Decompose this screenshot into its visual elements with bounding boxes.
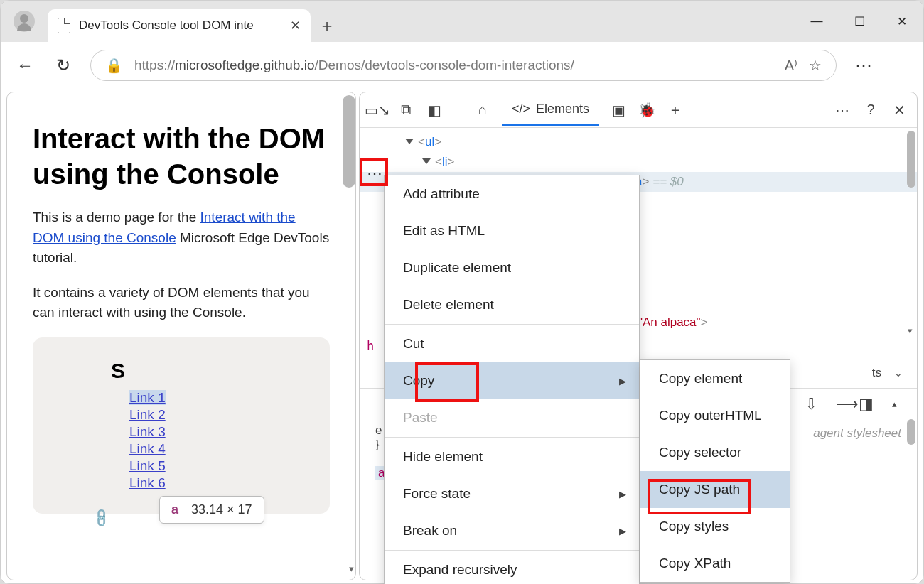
chevron-down-icon[interactable]: ⌄ (894, 367, 903, 379)
url-text: https://microsoftedge.github.io/Demos/de… (134, 58, 773, 73)
menu-add-attribute[interactable]: Add attribute (385, 175, 639, 212)
page-viewport: ▾ Interact with the DOM using the Consol… (6, 92, 356, 580)
anchor-icon[interactable]: 🔗 (90, 507, 112, 529)
element-actions-button[interactable]: ⋯ (367, 165, 382, 183)
menu-copy-element[interactable]: Copy element (640, 360, 790, 397)
window-maximize-button[interactable]: ☐ (838, 1, 881, 42)
menu-copy-js-path[interactable]: Copy JS path (640, 471, 790, 508)
menu-hide-element[interactable]: Hide element (385, 438, 639, 475)
console-tab-icon[interactable]: ▣ (609, 101, 628, 119)
menu-duplicate-element[interactable]: Duplicate element (385, 249, 639, 286)
read-aloud-icon[interactable]: A⁾ (785, 57, 797, 74)
submenu-arrow-icon: ▶ (619, 526, 626, 536)
menu-expand-recursively[interactable]: Expand recursively (385, 551, 639, 584)
menu-paste: Paste (385, 399, 639, 436)
more-button[interactable]: ⋯ (852, 54, 875, 77)
link-list: Link 1 Link 2 Link 3 Link 4 Link 5 Link … (111, 390, 252, 491)
back-button[interactable]: ← (14, 54, 36, 77)
demo-link[interactable]: Link 3 (129, 424, 166, 439)
tooltip-tag: a (171, 502, 178, 517)
section-heading: S (111, 359, 252, 383)
menu-copy-xpath[interactable]: Copy XPath (640, 545, 790, 582)
demo-section: 🔗 S Link 1 Link 2 Link 3 Link 4 Link 5 L… (33, 337, 330, 514)
window-minimize-button[interactable]: — (795, 1, 838, 42)
submenu-arrow-icon: ▶ (619, 489, 626, 499)
menu-delete-element[interactable]: Delete element (385, 286, 639, 323)
page-paragraph: It contains a variety of DOM elements th… (33, 283, 330, 323)
demo-link[interactable]: Link 4 (129, 441, 166, 456)
tab-title: DevTools Console tool DOM inte (79, 18, 281, 33)
demo-link[interactable]: Link 1 (129, 390, 166, 405)
elements-tab[interactable]: </> Elements (502, 94, 599, 126)
dom-scrollbar[interactable] (907, 131, 915, 188)
favorite-icon[interactable]: ☆ (809, 57, 822, 74)
inspect-tooltip: a 33.14 × 17 (159, 496, 264, 524)
tooltip-dimensions: 33.14 × 17 (191, 502, 252, 517)
save-icon[interactable]: ⇩ (805, 395, 817, 413)
refresh-button[interactable]: ↻ (52, 54, 75, 77)
styles-scrollbar[interactable] (907, 419, 915, 445)
more-tools-button[interactable]: ⋯ (833, 101, 852, 119)
menu-copy-selector[interactable]: Copy selector (640, 434, 790, 471)
add-tab-button[interactable]: ＋ (666, 101, 684, 119)
devtools-close-button[interactable]: ✕ (890, 101, 908, 119)
browser-toolbar: ← ↻ 🔒 https://microsoftedge.github.io/De… (1, 42, 923, 89)
window-close-button[interactable]: ✕ (881, 1, 923, 42)
demo-link[interactable]: Link 2 (129, 407, 166, 422)
code-icon: </> (512, 102, 530, 117)
scroll-down-icon[interactable]: ▾ (908, 323, 913, 338)
device-icon[interactable]: ⧉ (397, 101, 415, 119)
demo-link[interactable]: Link 6 (129, 475, 166, 490)
demo-link[interactable]: Link 5 (129, 458, 166, 473)
scroll-down-icon[interactable]: ▾ (349, 563, 354, 574)
menu-copy-outerhtml[interactable]: Copy outerHTML (640, 397, 790, 434)
menu-copy[interactable]: Copy▶ (385, 362, 639, 399)
address-bar[interactable]: 🔒 https://microsoftedge.github.io/Demos/… (90, 50, 837, 81)
welcome-tab-icon[interactable]: ⌂ (473, 101, 492, 119)
scroll-up-icon[interactable]: ▴ (892, 399, 897, 409)
menu-copy-styles[interactable]: Copy styles (640, 508, 790, 545)
page-paragraph: This is a demo page for the Interact wit… (33, 207, 330, 269)
tab-close-button[interactable]: ✕ (290, 18, 301, 33)
menu-edit-html[interactable]: Edit as HTML (385, 212, 639, 249)
lock-icon: 🔒 (105, 57, 123, 74)
help-button[interactable]: ? (861, 101, 880, 119)
menu-force-state[interactable]: Force state▶ (385, 475, 639, 512)
new-tab-button[interactable]: ＋ (311, 9, 343, 42)
inspect-icon[interactable]: ▭↘ (368, 101, 387, 119)
menu-cut[interactable]: Cut (385, 325, 639, 362)
page-scrollbar[interactable] (343, 95, 355, 188)
sources-tab-icon[interactable]: 🐞 (638, 101, 656, 119)
page-icon (58, 18, 70, 33)
menu-break-on[interactable]: Break on▶ (385, 512, 639, 549)
context-menu: Add attribute Edit as HTML Duplicate ele… (384, 175, 640, 584)
browser-tab[interactable]: DevTools Console tool DOM inte ✕ (48, 9, 311, 42)
copy-submenu: Copy element Copy outerHTML Copy selecto… (640, 359, 790, 583)
user-agent-label: agent stylesheet (813, 426, 901, 440)
dock-icon[interactable]: ◧ (425, 101, 444, 119)
toggle-panel-icon[interactable]: ⟶◨ (836, 395, 874, 413)
submenu-arrow-icon: ▶ (619, 376, 626, 386)
profile-avatar[interactable] (14, 11, 35, 32)
page-heading: Interact with the DOM using the Console (33, 121, 330, 192)
window-titlebar: DevTools Console tool DOM inte ✕ ＋ — ☐ ✕ (1, 1, 923, 42)
tab-label: Elements (536, 102, 589, 117)
styles-label: ts (872, 366, 881, 380)
devtools-toolbar: ▭↘ ⧉ ◧ ⌂ </> Elements ▣ 🐞 ＋ ⋯ ? ✕ (360, 92, 917, 128)
